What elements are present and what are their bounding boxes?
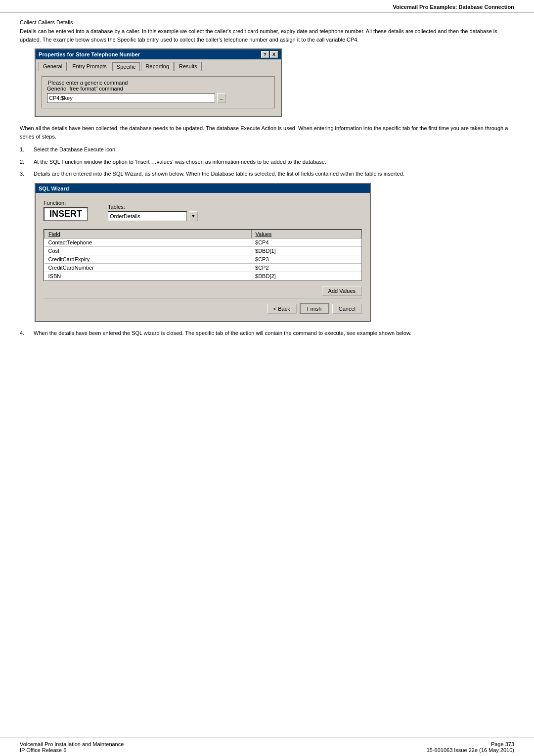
step-4: 4. When the details have been entered th…: [20, 329, 514, 337]
table-cell-value: $CP3: [251, 255, 361, 263]
command-input[interactable]: [47, 93, 215, 103]
back-button[interactable]: < Back: [267, 304, 297, 314]
sql-tables-label: Tables:: [108, 204, 198, 210]
sql-add-values-row: Add Values: [44, 286, 362, 296]
dialog-content: Please enter a generic command Generic "…: [36, 71, 281, 116]
step-2-num: 2.: [20, 158, 34, 166]
table-cell-value: $DBD[2]: [251, 272, 361, 280]
finish-button[interactable]: Finish: [300, 303, 329, 314]
table-cell-field: CreditCardNumber: [44, 263, 252, 272]
table-cell-field: CreditCardExpiry: [44, 255, 252, 263]
sql-function-section: Function: INSERT: [44, 200, 88, 221]
page-content: Collect Callers Details Details can be e…: [0, 12, 534, 380]
step-3: 3. Details are then entered into the SQL…: [20, 170, 514, 178]
step-4-text: When the details have been entered the S…: [34, 329, 514, 337]
tab-entry-prompts[interactable]: Entry Prompts: [68, 62, 111, 71]
sql-wizard-titlebar: SQL Wizard: [36, 184, 370, 193]
section-title: Collect Callers Details: [20, 19, 514, 25]
step-1-text: Select the Database Execute icon.: [34, 145, 514, 154]
sql-data-table-container: Field Values ContactTelephone$CP4Cost$DB…: [44, 229, 362, 281]
tab-specific[interactable]: Specific: [112, 62, 140, 71]
tab-reporting[interactable]: Reporting: [141, 62, 174, 71]
intro-text: Details can be entered into a database b…: [20, 27, 514, 44]
table-cell-value: $DBD[1]: [251, 246, 361, 255]
dialog-close-btn[interactable]: X: [270, 51, 278, 58]
sql-wizard-dialog: SQL Wizard Function: INSERT Tables: ▼: [35, 183, 371, 322]
sql-function-value: INSERT: [44, 207, 88, 221]
sql-wizard-title: SQL Wizard: [39, 186, 69, 191]
table-row: Cost$DBD[1]: [44, 246, 361, 255]
dialog-titlebar-buttons: ? X: [261, 51, 278, 58]
table-row: ContactTelephone$CP4: [44, 238, 361, 246]
tab-general-label: General: [43, 63, 62, 69]
step-3-text: Details are then entered into the SQL Wi…: [34, 170, 514, 178]
sql-table-header-field: Field: [44, 230, 252, 238]
add-values-button[interactable]: Add Values: [322, 286, 362, 296]
sql-table-header-values: Values: [251, 230, 361, 238]
table-cell-value: $CP4: [251, 238, 361, 246]
sql-divider: [44, 298, 362, 298]
properties-dialog: Properties for Store Telephone Number ? …: [35, 48, 282, 117]
step-3-num: 3.: [20, 170, 34, 178]
text-after-dialog: When all the details have been collected…: [20, 124, 514, 141]
tab-general[interactable]: General: [39, 62, 67, 71]
table-row: CreditCardExpiry$CP3: [44, 255, 361, 263]
sql-tables-dropdown-btn[interactable]: ▼: [189, 211, 198, 221]
table-cell-field: Cost: [44, 246, 252, 255]
table-row: ISBN$DBD[2]: [44, 272, 361, 280]
tab-results-label: Results: [179, 63, 197, 69]
step-1-num: 1.: [20, 145, 34, 154]
browse-button[interactable]: ...: [217, 93, 226, 103]
footer-left-line2: IP Office Release 6: [20, 747, 124, 753]
page-container: Voicemail Pro Examples: Database Connect…: [0, 0, 534, 756]
header-title: Voicemail Pro Examples: Database Connect…: [393, 4, 514, 10]
tab-specific-label: Specific: [117, 64, 136, 70]
tab-results[interactable]: Results: [175, 62, 202, 71]
dialog-titlebar: Properties for Store Telephone Number ? …: [36, 49, 281, 59]
table-row: CreditCardNumber$CP2: [44, 263, 361, 272]
sql-tables-input[interactable]: [108, 211, 187, 221]
step-2: 2. At the SQL Function window the option…: [20, 158, 514, 166]
dialog-tabs: General Entry Prompts Specific Reporting…: [36, 59, 281, 71]
tab-entry-prompts-label: Entry Prompts: [72, 63, 107, 69]
step-4-num: 4.: [20, 329, 34, 337]
fieldset-legend: Please enter a generic command: [47, 80, 269, 86]
tab-reporting-label: Reporting: [145, 63, 169, 69]
sql-data-table: Field Values ContactTelephone$CP4Cost$DB…: [44, 230, 361, 281]
fieldset-generic-command: Please enter a generic command Generic "…: [42, 76, 275, 108]
sql-tables-input-row: ▼: [108, 211, 198, 221]
sql-bottom-row: < Back Finish Cancel: [44, 303, 362, 314]
table-cell-field: ISBN: [44, 272, 252, 280]
table-cell-value: $CP2: [251, 263, 361, 272]
table-cell-field: ContactTelephone: [44, 238, 252, 246]
sql-wizard-content: Function: INSERT Tables: ▼: [36, 193, 370, 321]
cancel-button[interactable]: Cancel: [332, 304, 362, 314]
command-input-row: ...: [47, 93, 269, 103]
footer-right-line2: 15-601063 Issue 22e (16 May 2010): [427, 747, 514, 753]
footer-right-line1: Page 373: [427, 741, 514, 747]
page-header: Voicemail Pro Examples: Database Connect…: [0, 0, 534, 12]
step-2-text: At the SQL Function window the option to…: [34, 158, 514, 166]
footer-left-line1: Voicemail Pro Installation and Maintenan…: [20, 741, 124, 747]
footer-right: Page 373 15-601063 Issue 22e (16 May 201…: [427, 741, 514, 753]
page-footer: Voicemail Pro Installation and Maintenan…: [0, 738, 534, 756]
steps-list: 1. Select the Database Execute icon. 2. …: [20, 145, 514, 178]
sql-function-label: Function:: [44, 200, 88, 206]
footer-left: Voicemail Pro Installation and Maintenan…: [20, 741, 124, 753]
fieldset-sublabel: Generic "free format" command: [47, 86, 269, 92]
sql-top-row: Function: INSERT Tables: ▼: [44, 200, 362, 221]
dialog-help-btn[interactable]: ?: [261, 51, 269, 58]
dialog-title: Properties for Store Telephone Number: [39, 51, 140, 57]
sql-tables-section: Tables: ▼: [108, 204, 198, 221]
step4-list: 4. When the details have been entered th…: [20, 329, 514, 337]
step-1: 1. Select the Database Execute icon.: [20, 145, 514, 154]
